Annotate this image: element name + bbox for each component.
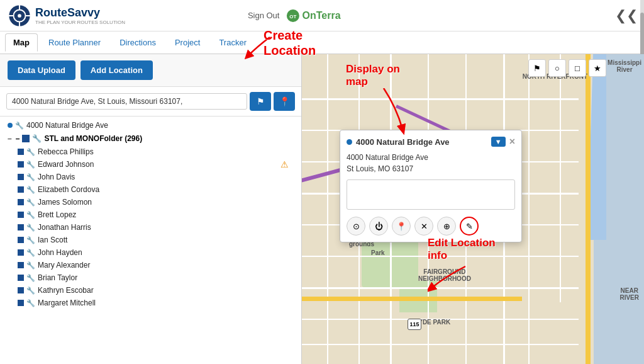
logo-text-area: RouteSavvy THE PLAN YOUR ROUTES SOLUTION <box>35 6 125 25</box>
folder-item[interactable]: – – 🔧 STL and MONOFolder (296) <box>0 132 301 145</box>
tab-map[interactable]: Map <box>5 33 38 52</box>
item-label: James Solomon <box>38 198 92 207</box>
wrench-icon: 🔧 <box>26 161 35 169</box>
header-center: Sign Out OT OnTerra <box>248 9 341 23</box>
wrench-icon: 🔧 <box>26 186 35 194</box>
list-item[interactable]: 🔧 Rebecca Phillips <box>0 145 301 158</box>
item-icon <box>18 174 24 180</box>
item-icon <box>18 149 24 155</box>
item-label: Kathryn Escobar <box>38 286 94 295</box>
search-input[interactable] <box>6 93 247 110</box>
list-item[interactable]: 🔧 Brian Taylor <box>0 271 301 284</box>
item-icon <box>18 186 24 193</box>
road-v8 <box>560 54 561 302</box>
routesavvy-logo-icon <box>8 4 31 28</box>
map-panel: MississippiRiver NORTH RIVERFRONT FAIRGR… <box>302 54 644 364</box>
folder-dash: – <box>8 134 12 143</box>
road-h1 <box>302 98 579 100</box>
item-label: Jonathan Harris <box>38 223 91 232</box>
tab-directions[interactable]: Directions <box>111 33 164 52</box>
list-item[interactable]: 🔧 Mary Alexander <box>0 259 301 271</box>
popup-address: 4000 Natural Bridge Ave St Louis, MO 631… <box>347 152 515 174</box>
wrench-icon: 🔧 <box>26 173 35 181</box>
road-v1 <box>327 54 328 364</box>
logo-area: RouteSavvy THE PLAN YOUR ROUTES SOLUTION <box>8 4 125 28</box>
wrench-icon: 🔧 <box>26 148 35 156</box>
popup-target-button[interactable]: ⊙ <box>347 217 365 236</box>
sign-out-link[interactable]: Sign Out <box>248 11 280 20</box>
svg-point-2 <box>18 14 21 18</box>
item-label: John Hayden <box>38 248 82 257</box>
search-bar-row: ⚑ 📍 <box>0 87 301 117</box>
list-item[interactable]: 🔧 John Hayden <box>0 246 301 259</box>
item-icon <box>18 249 24 256</box>
tab-route-planner[interactable]: Route Planner <box>40 33 109 52</box>
road-h9 <box>302 344 579 345</box>
tab-project[interactable]: Project <box>167 33 208 52</box>
popup-crosshair-button[interactable]: ⊕ <box>437 217 456 236</box>
list-item[interactable]: 🔧 Elizabeth Cordova <box>0 183 301 196</box>
road-v7 <box>528 54 530 364</box>
popup-dot <box>347 139 352 145</box>
logo-name: RouteSavvy <box>35 6 100 19</box>
svg-text:OT: OT <box>289 14 296 20</box>
location-list: 🔧 4000 Natural Bridge Ave – – 🔧 STL and … <box>0 117 301 364</box>
park-label: Park <box>371 249 385 256</box>
item-icon <box>18 275 24 281</box>
list-item[interactable]: 🔧 Margaret Mitchell <box>0 297 301 309</box>
list-item[interactable]: 🔧 Kathryn Escobar <box>0 284 301 297</box>
create-location-arrow <box>245 34 276 59</box>
map-square-tool[interactable]: □ <box>569 59 586 77</box>
item-label: Ian Scott <box>38 236 67 244</box>
pin-button[interactable]: 📍 <box>274 92 295 111</box>
warning-icon: ⚠ <box>280 159 289 169</box>
list-item[interactable]: 🔧 Brett Lopez <box>0 208 301 221</box>
app-header: RouteSavvy THE PLAN YOUR ROUTES SOLUTION… <box>0 0 644 31</box>
item-icon <box>18 212 24 218</box>
popup-address-line1: 4000 Natural Bridge Ave <box>347 153 428 162</box>
left-panel: Data Upload Add Location ⚑ 📍 🔧 4000 Natu… <box>0 54 302 364</box>
map-circle-tool[interactable]: ○ <box>548 59 566 77</box>
map-flag-tool[interactable]: ⚑ <box>528 59 546 77</box>
popup-notes-textarea[interactable] <box>347 179 515 210</box>
data-upload-button[interactable]: Data Upload <box>8 60 75 80</box>
main-layout: Data Upload Add Location ⚑ 📍 🔧 4000 Natu… <box>0 54 644 364</box>
item-icon <box>18 300 24 306</box>
popup-remove-button[interactable]: ✕ <box>414 217 433 236</box>
list-item[interactable]: 🔧 John Davis <box>0 171 301 183</box>
popup-dropdown-button[interactable]: ▼ <box>491 137 506 147</box>
map-background[interactable]: MississippiRiver NORTH RIVERFRONT FAIRGR… <box>302 54 644 364</box>
logo-subtitle: THE PLAN YOUR ROUTES SOLUTION <box>35 20 125 25</box>
folder-dash2: – <box>16 134 20 143</box>
item-icon <box>18 262 24 268</box>
list-item[interactable]: 🔧 Jonathan Harris <box>0 221 301 234</box>
onterra-logo-icon: OT <box>286 9 299 23</box>
toolbar: Data Upload Add Location <box>0 54 301 87</box>
collapse-button[interactable]: ❮❮ <box>615 8 638 24</box>
flag-button[interactable]: ⚑ <box>250 92 271 111</box>
item-icon <box>18 199 24 205</box>
item-label: Brett Lopez <box>38 210 76 219</box>
item-icon <box>18 237 24 243</box>
map-star-tool[interactable]: ★ <box>589 59 606 77</box>
location-dot <box>8 123 13 128</box>
item-label: 4000 Natural Bridge Ave <box>26 121 108 130</box>
item-label: Brian Taylor <box>38 273 77 282</box>
list-item[interactable]: 🔧 Edward Johnson ⚠ <box>0 158 301 171</box>
highway-v <box>586 54 591 364</box>
wrench-icon: 🔧 <box>26 224 35 232</box>
highway-h <box>302 297 522 301</box>
wrench-icon: 🔧 <box>15 122 24 130</box>
wrench-icon: 🔧 <box>26 287 35 295</box>
list-item[interactable]: 🔧 Ian Scott <box>0 234 301 246</box>
popup-edit-button[interactable]: ✎ <box>460 217 479 236</box>
popup-pin-action-button[interactable]: 📍 <box>392 217 411 236</box>
item-icon <box>18 161 24 168</box>
list-item[interactable]: 🔧 James Solomon <box>0 196 301 208</box>
popup-close-button[interactable]: × <box>509 137 515 147</box>
item-label: Edward Johnson <box>38 160 94 169</box>
list-item[interactable]: 🔧 4000 Natural Bridge Ave <box>0 119 301 132</box>
item-label: Rebecca Phillips <box>38 147 94 156</box>
add-location-button[interactable]: Add Location <box>80 60 153 80</box>
popup-power-button[interactable]: ⏻ <box>369 217 388 236</box>
